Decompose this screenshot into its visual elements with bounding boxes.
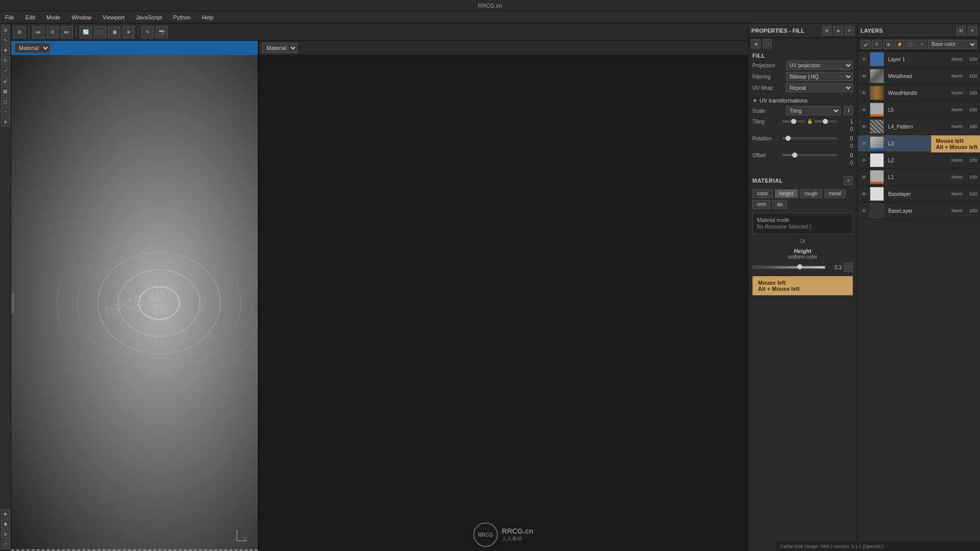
layer-name-baselayer2: BaseLayer [888, 208, 946, 214]
layer-vis-metalhead[interactable]: 👁 [861, 72, 868, 80]
viewport-right-mode-select[interactable]: Material [262, 43, 298, 53]
height-extra-btn[interactable]: ⬚ [844, 263, 853, 272]
uv-transformations-header[interactable]: ▼ UV transformations [748, 96, 857, 105]
fill-icon-btn1[interactable]: ◈ [751, 39, 761, 48]
layers-mask-btn[interactable]: ◈ [883, 40, 893, 49]
channel-rough-btn[interactable]: rough [800, 189, 822, 198]
toolbar-btn4[interactable]: 🔄 [80, 26, 92, 38]
tool-extra1[interactable]: ◈ [1, 509, 10, 518]
filtering-select[interactable]: Bilinear | HQ [786, 72, 853, 81]
tool-extra3[interactable]: ⊛ [1, 530, 10, 539]
layers-close-btn[interactable]: ✕ [968, 26, 977, 35]
tool-fill[interactable]: ▦ [1, 87, 10, 96]
tool-extra4[interactable]: ⬡ [1, 540, 10, 549]
layer-vis-baselayer[interactable]: 👁 [861, 190, 868, 197]
layers-paint-btn[interactable]: 🖌 [861, 40, 871, 49]
layer-normval-l4pattern: 100 [965, 124, 977, 129]
layer-vis-l3[interactable]: 👁 [861, 140, 868, 147]
channel-height-btn[interactable]: height [775, 189, 798, 198]
material-icon-btn[interactable]: ≡ [844, 176, 853, 185]
toolbar-btn2[interactable]: ⏸ [46, 26, 59, 38]
layers-base-select[interactable]: Base color [928, 40, 977, 49]
projection-select[interactable]: UV projection [786, 61, 853, 70]
menu-viewport[interactable]: Viewport [101, 13, 127, 21]
material-section: MATERIAL ≡ color height rough metal nrm … [748, 173, 857, 298]
layers-effect-btn[interactable]: ⚡ [894, 40, 904, 49]
toolbar-btn7[interactable]: ➤ [122, 26, 135, 38]
toolbar-camera[interactable]: 📷 [156, 26, 168, 38]
svg-rect-7 [11, 293, 14, 313]
layer-item-baselayer2[interactable]: 👁 BaseLayer Norm 100 [857, 203, 980, 219]
tool-paint[interactable]: 🖌 [1, 77, 10, 86]
tool-scale[interactable]: ⤢ [1, 66, 10, 76]
layer-vis-l1[interactable]: 👁 [861, 173, 868, 181]
tiling-lock-icon[interactable]: 🔒 [807, 119, 813, 124]
layer-item-layer1[interactable]: 👁 Layer 1 Norm 100 [857, 51, 980, 68]
offset-label: Offset [752, 153, 780, 158]
menu-help[interactable]: Help [200, 13, 216, 21]
layer-normval-woodhandle: 100 [965, 90, 977, 95]
menu-window[interactable]: Window [69, 13, 93, 21]
rotation-slider[interactable] [782, 137, 837, 139]
layer-item-l1[interactable]: 👁 L1 Norm 100 [857, 169, 980, 186]
menu-edit[interactable]: Edit [23, 13, 37, 21]
toolbar-btn8[interactable]: ✎ [141, 26, 154, 38]
layer-item-l5[interactable]: 👁 L5 Norm 100 [857, 102, 980, 118]
viewport-left-canvas[interactable]: RRCG.cn [11, 55, 258, 551]
layers-filter-btn[interactable]: ⬡ [905, 40, 916, 49]
layer-vis-woodhandle[interactable]: 👁 [861, 89, 868, 96]
toolbar-btn3[interactable]: ⏭ [61, 26, 73, 38]
layer-name-woodhandle: WoodHandle [888, 90, 946, 96]
layers-fill-btn[interactable]: ✎ [872, 40, 882, 49]
props-icon-btn1[interactable]: ⊞ [822, 26, 831, 35]
props-close-btn[interactable]: ✕ [845, 26, 854, 35]
menu-file[interactable]: File [3, 13, 16, 21]
toolbar-btn6[interactable]: ▣ [108, 26, 120, 38]
height-slider[interactable] [752, 266, 825, 269]
tool-extra2[interactable]: ◉ [1, 519, 10, 529]
scale-info-icon[interactable]: ℹ [844, 106, 853, 115]
viewport-left-mode-select[interactable]: Material [14, 43, 50, 53]
fill-icon-btn2[interactable]: ⬚ [763, 39, 772, 48]
layer-item-baselayer[interactable]: 👁 Baselayer Norm 100 [857, 186, 980, 203]
toolbar-btn1[interactable]: ⏮ [32, 26, 44, 38]
layer-vis-l2[interactable]: 👁 [861, 157, 868, 164]
layer-vis-layer1[interactable]: 👁 [861, 56, 868, 63]
layer-item-l3[interactable]: 👁 L3 Norm 100 Mouse left Alt + Mouse lef… [857, 135, 980, 152]
layers-add-btn[interactable]: + [917, 40, 927, 49]
menu-mode[interactable]: Mode [44, 13, 63, 21]
tool-clone[interactable]: ⊕ [1, 117, 10, 127]
tiling-slider2[interactable] [815, 120, 837, 122]
channel-color-btn[interactable]: color [752, 189, 773, 198]
offset-slider[interactable] [782, 154, 837, 156]
layer-item-l4pattern[interactable]: 👁 L4_Pattern Norm 100 [857, 118, 980, 135]
props-icon-btn2[interactable]: ◈ [834, 26, 843, 35]
channel-ao-btn[interactable]: ao [772, 200, 787, 209]
filtering-label: Filtering [752, 74, 783, 80]
menu-python[interactable]: Python [171, 13, 192, 21]
viewport-right-header: Material [259, 41, 748, 55]
tool-move[interactable]: ✥ [1, 46, 10, 55]
menu-javascript[interactable]: JavaScript [134, 13, 164, 21]
tool-smear[interactable]: ~ [1, 107, 10, 116]
layer-vis-baselayer2[interactable]: 👁 [861, 207, 868, 214]
tool-grid[interactable]: ⊞ [1, 26, 10, 35]
tool-rotate[interactable]: ↻ [1, 56, 10, 65]
channel-nrm-btn[interactable]: nrm [752, 200, 770, 209]
layer-item-woodhandle[interactable]: 👁 WoodHandle Norm 100 [857, 85, 980, 102]
layer-vis-l5[interactable]: 👁 [861, 106, 868, 113]
channel-metal-btn[interactable]: metal [824, 189, 846, 198]
uvwrap-select[interactable]: Repeat [786, 83, 853, 92]
tool-cursor[interactable]: ↖ [1, 36, 10, 45]
tool-eraser[interactable]: ◻ [1, 97, 10, 106]
tooltip-line2: Alt + Mouse left [758, 286, 847, 292]
layer-item-l2[interactable]: 👁 L2 Norm 100 [857, 152, 980, 169]
layer-name-metalhead: Metalhead [888, 73, 946, 79]
scale-select[interactable]: Tiling [786, 106, 841, 115]
layers-icon-btn1[interactable]: ⊞ [957, 26, 966, 35]
layer-vis-l4pattern[interactable]: 👁 [861, 123, 868, 130]
layer-item-metalhead[interactable]: 👁 Metalhead Norm 100 [857, 68, 980, 85]
toolbar-btn5[interactable]: ⬚ [94, 26, 106, 38]
tiling-slider[interactable] [782, 120, 805, 122]
toolbar-grid[interactable]: ⊞ [13, 26, 26, 38]
